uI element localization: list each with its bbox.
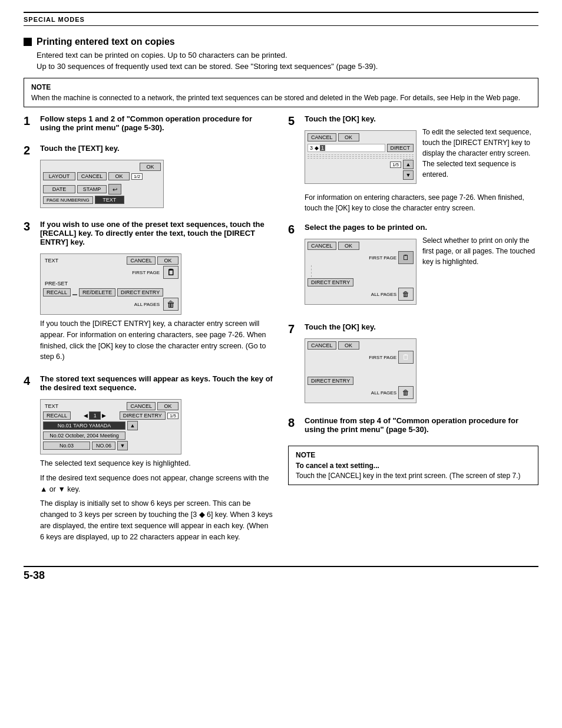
- step-1-title: Follow steps 1 and 2 of "Common operatio…: [40, 114, 274, 132]
- step6-fp-icon[interactable]: 🗒: [398, 251, 414, 264]
- step6-screen: CANCEL OK FIRST PAGE 🗒: [305, 239, 416, 305]
- step5-pages-row: 1/5 ▲: [308, 160, 414, 169]
- step-3-body: If you touch the [DIRECT ENTRY] key, a c…: [40, 318, 274, 363]
- step4-ok-btn[interactable]: OK: [157, 402, 178, 410]
- step4-text-label: TEXT: [43, 403, 60, 410]
- step-7: 7 Touch the [OK] key. CANCEL OK FIRST PA…: [288, 322, 538, 407]
- step-5-desc: To edit the selected text sequence, touc…: [422, 127, 538, 180]
- note2-title: NOTE: [296, 451, 531, 459]
- step7-ap-icon[interactable]: 🗑: [398, 386, 414, 399]
- step5-ok-btn[interactable]: OK: [338, 133, 359, 141]
- step5-screen-inner: CANCEL OK 3 ◆ 1 DIRECT: [305, 131, 416, 183]
- step4-nav-arrow-left: ◀: [84, 413, 88, 419]
- step6-ok-btn[interactable]: OK: [338, 242, 359, 250]
- step2-ok-btn2[interactable]: OK: [108, 172, 130, 180]
- step3-firstpage-glyph: 🗒: [167, 268, 175, 277]
- step7-ap-label: ALL PAGES: [371, 390, 396, 396]
- step7-fp-label: FIRST PAGE: [369, 355, 396, 360]
- step2-cancel-btn[interactable]: CANCEL: [77, 172, 107, 180]
- step6-row-top: CANCEL OK: [308, 242, 414, 250]
- step4-pages: 1/5: [167, 413, 178, 419]
- step3-cancel-btn[interactable]: CANCEL: [127, 256, 156, 265]
- step4-row1-btn[interactable]: No.01 TARO YAMADA: [43, 421, 125, 430]
- step3-row-ap: ALL PAGES 🗑: [43, 298, 178, 311]
- step3-firstpage-icon[interactable]: 🗒: [163, 266, 178, 279]
- step2-ok-btn[interactable]: OK: [140, 163, 161, 171]
- step6-ap-glyph: 🗑: [402, 290, 409, 298]
- step3-row-preset: PRE-SET: [43, 280, 178, 287]
- step-7-title: Touch the [OK] key.: [305, 322, 538, 331]
- step4-row-top: TEXT CANCEL OK: [43, 402, 178, 410]
- step5-text-display: 3 ◆ 1: [308, 144, 385, 152]
- step7-screen: CANCEL OK FIRST PAGE 🗒 D: [305, 338, 416, 403]
- step3-ok-btn[interactable]: OK: [157, 256, 178, 265]
- step3-recall-btn[interactable]: RECALL: [43, 288, 71, 297]
- step5-line2: [308, 156, 414, 157]
- col-left: 1 Follow steps 1 and 2 of "Common operat…: [24, 114, 274, 554]
- step4-row3-btn[interactable]: No.03: [43, 442, 90, 450]
- step-6: 6 Select the pages to be printed on. CAN…: [288, 223, 538, 313]
- note-box-1: NOTE When the machine is connected to a …: [24, 78, 538, 107]
- step3-line: [72, 294, 77, 295]
- intro-text-1: Entered text can be printed on copies. U…: [37, 51, 538, 60]
- step2-pagenumbering-btn[interactable]: PAGE NUMBERING: [43, 196, 93, 204]
- step-3-num: 3: [24, 220, 40, 233]
- step6-ap-icon[interactable]: 🗑: [398, 288, 414, 301]
- step4-scroll-up[interactable]: ▲: [127, 421, 138, 430]
- step4-row2-btn[interactable]: No.02 October, 2004 Meeting: [43, 431, 125, 440]
- step4-page-indicator[interactable]: 1: [89, 411, 101, 420]
- step4-cancel-btn[interactable]: CANCEL: [127, 402, 156, 410]
- step2-stamp-btn[interactable]: STAMP: [77, 185, 107, 193]
- header-label: SPECIAL MODES: [24, 16, 85, 23]
- step-3: 3 If you wish to use one of the preset t…: [24, 220, 274, 366]
- step4-no06-btn[interactable]: NO.06: [92, 442, 115, 450]
- step5-direct-btn[interactable]: DIRECT: [387, 144, 414, 152]
- step-1-num: 1: [24, 114, 40, 127]
- step2-date-btn[interactable]: DATE: [43, 185, 75, 193]
- step7-ok-btn[interactable]: OK: [338, 341, 359, 350]
- step7-spacer: [308, 365, 414, 377]
- step-7-content: Touch the [OK] key. CANCEL OK FIRST PAGE…: [305, 322, 538, 407]
- step5-scroll-down[interactable]: ▼: [403, 170, 414, 180]
- step-5-title: Touch the [OK] key.: [305, 114, 538, 123]
- step6-de-btn[interactable]: DIRECT ENTRY: [308, 278, 353, 286]
- step-8: 8 Continue from step 4 of "Common operat…: [288, 416, 538, 437]
- step3-allpages-label: ALL PAGES: [133, 301, 161, 308]
- step-6-content: Select the pages to be printed on. CANCE…: [305, 223, 538, 313]
- step-6-title: Select the pages to be printed on.: [305, 223, 538, 232]
- step5-row-mid: 3 ◆ 1 DIRECT: [308, 143, 414, 153]
- step6-screen-inner: CANCEL OK FIRST PAGE 🗒: [305, 239, 416, 304]
- step3-screen: TEXT CANCEL OK FIRST PAGE 🗒: [40, 253, 181, 315]
- step7-fp-row: FIRST PAGE 🗒: [308, 351, 414, 364]
- step3-preset-label: PRE-SET: [43, 280, 70, 287]
- step5-wrap: CANCEL OK 3 ◆ 1 DIRECT: [305, 127, 538, 187]
- step-5-content: Touch the [OK] key. CANCEL OK 3 ◆ 1 DI: [305, 114, 538, 213]
- step7-de-row: DIRECT ENTRY: [308, 377, 414, 385]
- step3-allpages-icon[interactable]: 🗑: [163, 298, 178, 311]
- step3-directentry-btn[interactable]: DIRECT ENTRY: [117, 288, 163, 297]
- step6-wrap: CANCEL OK FIRST PAGE 🗒: [305, 235, 538, 308]
- step4-row2: No.02 October, 2004 Meeting: [43, 431, 178, 440]
- step6-fp-label: FIRST PAGE: [369, 255, 396, 261]
- step6-cancel-btn[interactable]: CANCEL: [308, 242, 336, 250]
- step3-redelete-btn[interactable]: RE/DELETE: [79, 288, 115, 297]
- step4-recall-btn[interactable]: RECALL: [43, 411, 71, 420]
- step5-scroll-up[interactable]: ▲: [403, 160, 414, 169]
- step4-nav-arrow-right: ▶: [102, 413, 106, 419]
- step7-cancel-btn[interactable]: CANCEL: [308, 341, 336, 350]
- step-2-title: Touch the [TEXT] key.: [40, 144, 274, 153]
- page: SPECIAL MODES Printing entered text on c…: [0, 0, 562, 728]
- step6-fp-row: FIRST PAGE 🗒: [308, 251, 414, 264]
- step7-fp-icon[interactable]: 🗒: [398, 351, 414, 364]
- step2-layout-btn[interactable]: LAYOUT: [43, 172, 75, 180]
- step5-cancel-btn[interactable]: CANCEL: [308, 133, 336, 141]
- step2-text-btn[interactable]: TEXT: [95, 196, 124, 204]
- step-6-desc: Select whether to print on only the firs…: [422, 235, 538, 267]
- step4-scroll-down[interactable]: ▼: [117, 441, 128, 450]
- step3-screen-inner: TEXT CANCEL OK FIRST PAGE 🗒: [41, 254, 181, 314]
- step-4-num: 4: [24, 374, 40, 387]
- step4-directentry-btn[interactable]: DIRECT ENTRY: [120, 411, 166, 420]
- step-5: 5 Touch the [OK] key. CANCEL OK 3 ◆ 1: [288, 114, 538, 213]
- section-title-text: Printing entered text on copies: [37, 37, 175, 47]
- step7-de-btn[interactable]: DIRECT ENTRY: [308, 377, 353, 385]
